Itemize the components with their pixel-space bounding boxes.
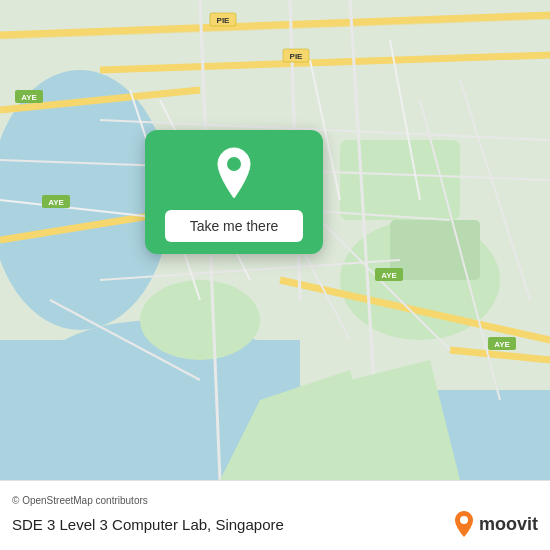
map-container: PIE PIE AYE AYE AYE AYE Take me there [0, 0, 550, 480]
svg-text:PIE: PIE [290, 52, 304, 61]
svg-text:AYE: AYE [494, 340, 510, 349]
svg-point-49 [227, 157, 241, 171]
moovit-logo: moovit [453, 510, 538, 538]
popup-card: Take me there [145, 130, 323, 254]
svg-text:PIE: PIE [217, 16, 231, 25]
svg-point-50 [460, 516, 468, 524]
svg-text:AYE: AYE [381, 271, 397, 280]
location-pin-icon [212, 146, 256, 200]
svg-text:AYE: AYE [48, 198, 64, 207]
moovit-brand-text: moovit [479, 514, 538, 535]
location-name: SDE 3 Level 3 Computer Lab, Singapore [12, 516, 284, 533]
location-row: SDE 3 Level 3 Computer Lab, Singapore mo… [12, 510, 538, 538]
moovit-pin-icon [453, 510, 475, 538]
bottom-bar: © OpenStreetMap contributors SDE 3 Level… [0, 480, 550, 550]
take-me-there-button[interactable]: Take me there [165, 210, 303, 242]
svg-text:AYE: AYE [21, 93, 37, 102]
osm-credit: © OpenStreetMap contributors [12, 495, 538, 506]
svg-point-9 [140, 280, 260, 360]
